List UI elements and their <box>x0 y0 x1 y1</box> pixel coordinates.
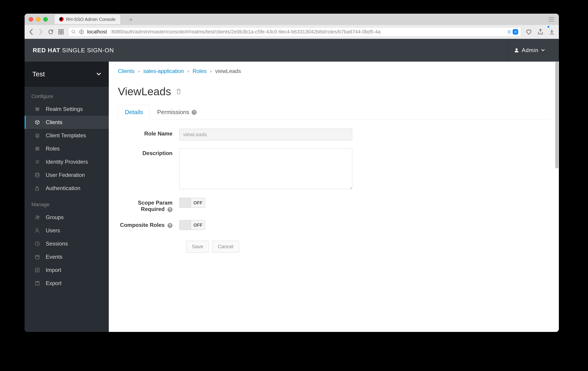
toggle-track <box>179 220 191 230</box>
sidebar-item-clients[interactable]: Clients <box>25 116 109 129</box>
breadcrumb-link-client[interactable]: sales-application <box>143 68 184 74</box>
user-menu[interactable]: Admin <box>508 39 551 62</box>
sidebar-item-realm-settings[interactable]: Realm Settings <box>25 102 109 116</box>
exchange-icon <box>35 159 41 164</box>
show-all-tabs-icon[interactable] <box>548 17 554 21</box>
sidebar-item-export[interactable]: Export <box>25 277 109 290</box>
tabs: Details Permissions ? <box>118 105 550 120</box>
toolbar-right <box>526 29 555 35</box>
sidebar-item-groups[interactable]: Groups <box>25 211 109 224</box>
user-icon <box>514 48 519 53</box>
browser-tab-bar: RH-SSO Admin Console ＋ <box>25 14 559 25</box>
breadcrumb-separator: » <box>138 69 140 74</box>
sidebar-item-label: Client Templates <box>46 132 86 139</box>
site-identity-icon[interactable] <box>79 29 84 34</box>
sidebar-item-user-federation[interactable]: User Federation <box>25 169 109 182</box>
svg-point-7 <box>35 108 37 109</box>
help-icon[interactable]: ? <box>168 223 172 228</box>
sidebar-item-identity-providers[interactable]: Identity Providers <box>25 155 109 169</box>
sliders-icon <box>35 107 41 112</box>
window-maximize-button[interactable] <box>43 17 48 22</box>
realm-selector[interactable]: Test <box>25 62 109 87</box>
sidebar-item-events[interactable]: Events <box>25 250 109 263</box>
sidebar-item-label: Events <box>46 254 62 260</box>
tab-favicon-icon <box>59 17 64 22</box>
help-icon[interactable]: ? <box>168 207 172 212</box>
import-icon <box>35 268 41 272</box>
tab-title: RH-SSO Admin Console <box>66 17 116 22</box>
brand-bold: RED HAT <box>33 47 60 54</box>
favorite-icon[interactable] <box>526 29 532 35</box>
sidebar: Test Configure Realm Settings Clients <box>25 62 109 332</box>
sidebar-item-label: Roles <box>46 145 60 152</box>
blocker-badge-icon[interactable]: ✕ <box>513 29 518 35</box>
form-row-scope-param: Scope Param Required ? OFF <box>118 198 391 212</box>
svg-rect-16 <box>35 256 39 259</box>
svg-point-14 <box>36 229 38 231</box>
svg-point-12 <box>36 216 38 217</box>
sidebar-item-client-templates[interactable]: Client Templates <box>25 129 109 142</box>
scrollbar[interactable] <box>555 62 558 169</box>
reload-button[interactable] <box>48 29 54 35</box>
search-icon <box>71 30 76 34</box>
tab-details[interactable]: Details <box>118 105 150 120</box>
database-icon <box>35 172 41 178</box>
address-bar[interactable]: localhost:8080/auth/admin/master/console… <box>68 27 521 36</box>
sidebar-section-configure: Configure <box>25 87 109 102</box>
downloads-icon[interactable] <box>549 29 555 35</box>
description-textarea[interactable] <box>179 148 352 189</box>
breadcrumb-link-clients[interactable]: Clients <box>118 68 135 74</box>
scope-param-label: Scope Param Required ? <box>118 198 179 212</box>
help-icon[interactable]: ? <box>192 110 197 115</box>
app-body: Test Configure Realm Settings Clients <box>25 62 559 332</box>
breadcrumb-link-roles[interactable]: Roles <box>192 68 206 74</box>
window-minimize-button[interactable] <box>36 17 41 22</box>
apps-grid-icon[interactable] <box>58 29 64 35</box>
share-icon[interactable] <box>537 29 543 35</box>
back-button[interactable] <box>29 29 34 35</box>
sidebar-item-label: Users <box>46 227 60 234</box>
breadcrumb-separator: » <box>210 69 212 74</box>
breadcrumb-current: viewLeads <box>215 68 241 74</box>
role-name-input[interactable] <box>179 129 352 140</box>
tab-permissions[interactable]: Permissions ? <box>150 105 204 120</box>
composite-toggle[interactable]: OFF <box>179 220 205 230</box>
scope-param-toggle[interactable]: OFF <box>179 198 205 208</box>
downloads-indicator-dot <box>547 26 549 28</box>
breadcrumb-separator: » <box>187 69 189 74</box>
toggle-state: OFF <box>191 198 205 208</box>
sidebar-item-roles[interactable]: Roles <box>25 142 109 155</box>
sidebar-item-users[interactable]: Users <box>25 224 109 237</box>
export-icon <box>35 281 41 286</box>
delete-role-button[interactable] <box>176 88 182 95</box>
page-title: ViewLeads <box>118 85 550 98</box>
browser-toolbar: localhost:8080/auth/admin/master/console… <box>25 25 559 39</box>
sidebar-item-authentication[interactable]: Authentication <box>25 182 109 195</box>
user-label: Admin <box>522 47 538 53</box>
forward-button[interactable] <box>38 29 43 35</box>
sidebar-section-manage: Manage <box>25 195 109 211</box>
role-name-label: Role Name <box>118 129 179 137</box>
sidebar-item-sessions[interactable]: Sessions <box>25 237 109 250</box>
sidebar-item-label: Identity Providers <box>46 159 88 165</box>
url-host: localhost <box>87 29 107 35</box>
url-right-icons: 0 ✕ <box>508 29 518 35</box>
sidebar-item-import[interactable]: Import <box>25 263 109 277</box>
content: Clients » sales-application » Roles » vi… <box>109 62 559 332</box>
window-close-button[interactable] <box>29 17 33 22</box>
app-header: RED HAT SINGLE SIGN-ON Admin <box>25 39 559 62</box>
browser-tab[interactable]: RH-SSO Admin Console <box>55 15 120 24</box>
brand-thin: SINGLE SIGN-ON <box>62 47 114 54</box>
new-tab-button[interactable]: ＋ <box>127 15 134 23</box>
users-icon <box>35 215 41 220</box>
save-button[interactable]: Save <box>186 241 209 252</box>
svg-rect-1 <box>62 30 63 31</box>
description-label: Description <box>118 148 179 156</box>
cancel-button[interactable]: Cancel <box>212 241 239 252</box>
svg-point-4 <box>72 30 75 33</box>
svg-rect-0 <box>59 30 61 31</box>
sidebar-item-label: Import <box>46 267 61 273</box>
form-row-composite: Composite Roles ? OFF <box>118 220 391 231</box>
lock-icon <box>35 186 41 191</box>
chevron-down-icon <box>96 72 101 76</box>
